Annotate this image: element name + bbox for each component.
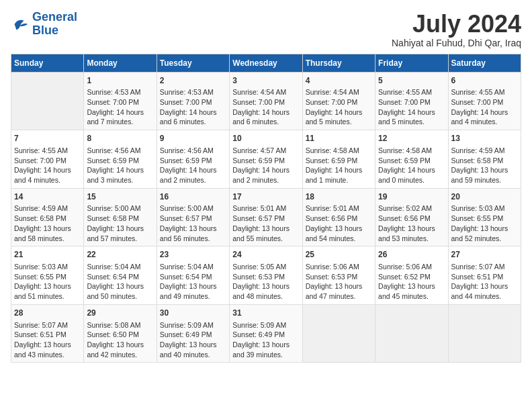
cell-content: Sunrise: 5:05 AM Sunset: 6:53 PM Dayligh… — [232, 263, 290, 300]
day-number: 15 — [87, 191, 153, 203]
calendar-cell: 5Sunrise: 4:55 AM Sunset: 7:00 PM Daylig… — [375, 72, 448, 130]
cell-content: Sunrise: 4:54 AM Sunset: 7:00 PM Dayligh… — [306, 88, 363, 126]
cell-content: Sunrise: 5:06 AM Sunset: 6:53 PM Dayligh… — [306, 263, 363, 300]
weekday-header: Tuesday — [157, 54, 229, 72]
cell-content: Sunrise: 4:57 AM Sunset: 6:59 PM Dayligh… — [232, 146, 290, 184]
calendar-cell — [448, 304, 521, 363]
calendar-cell: 1Sunrise: 4:53 AM Sunset: 7:00 PM Daylig… — [84, 72, 157, 130]
day-number: 4 — [306, 75, 372, 87]
calendar-cell: 20Sunrise: 5:03 AM Sunset: 6:55 PM Dayli… — [448, 188, 521, 246]
calendar-cell: 21Sunrise: 5:03 AM Sunset: 6:55 PM Dayli… — [11, 246, 84, 305]
calendar-cell: 6Sunrise: 4:55 AM Sunset: 7:00 PM Daylig… — [448, 72, 521, 130]
day-number: 10 — [232, 133, 299, 144]
cell-content: Sunrise: 4:58 AM Sunset: 6:59 PM Dayligh… — [378, 146, 435, 184]
day-number: 24 — [232, 249, 299, 261]
cell-content: Sunrise: 5:00 AM Sunset: 6:58 PM Dayligh… — [87, 204, 144, 242]
day-number: 8 — [87, 133, 153, 144]
cell-content: Sunrise: 4:53 AM Sunset: 7:00 PM Dayligh… — [87, 88, 144, 126]
cell-content: Sunrise: 4:56 AM Sunset: 6:59 PM Dayligh… — [87, 146, 144, 184]
cell-content: Sunrise: 4:59 AM Sunset: 6:58 PM Dayligh… — [451, 146, 508, 184]
day-number: 23 — [160, 249, 226, 261]
cell-content: Sunrise: 4:55 AM Sunset: 7:00 PM Dayligh… — [451, 88, 508, 126]
calendar-cell: 2Sunrise: 4:53 AM Sunset: 7:00 PM Daylig… — [157, 72, 229, 130]
calendar-cell: 18Sunrise: 5:01 AM Sunset: 6:56 PM Dayli… — [302, 188, 375, 246]
cell-content: Sunrise: 5:03 AM Sunset: 6:55 PM Dayligh… — [451, 204, 508, 242]
weekday-header: Saturday — [448, 54, 521, 72]
weekday-header: Wednesday — [230, 54, 302, 72]
day-number: 26 — [378, 249, 445, 261]
calendar-cell: 16Sunrise: 5:00 AM Sunset: 6:57 PM Dayli… — [157, 188, 229, 246]
day-number: 19 — [378, 191, 445, 203]
day-number: 13 — [451, 133, 518, 144]
cell-content: Sunrise: 4:56 AM Sunset: 6:59 PM Dayligh… — [160, 146, 217, 184]
calendar-table: SundayMondayTuesdayWednesdayThursdayFrid… — [11, 54, 521, 363]
day-number: 20 — [451, 191, 518, 203]
day-number: 29 — [87, 308, 153, 319]
weekday-header: Friday — [375, 54, 448, 72]
day-number: 17 — [232, 191, 299, 203]
calendar-cell: 3Sunrise: 4:54 AM Sunset: 7:00 PM Daylig… — [230, 72, 302, 130]
calendar-cell: 24Sunrise: 5:05 AM Sunset: 6:53 PM Dayli… — [230, 246, 302, 305]
day-number: 7 — [14, 133, 81, 144]
day-number: 5 — [378, 75, 445, 87]
day-number: 27 — [451, 249, 518, 261]
calendar-cell: 31Sunrise: 5:09 AM Sunset: 6:49 PM Dayli… — [230, 304, 302, 363]
calendar-cell: 23Sunrise: 5:04 AM Sunset: 6:54 PM Dayli… — [157, 246, 229, 305]
title-block: July 2024 Nahiyat al Fuhud, Dhi Qar, Ira… — [392, 11, 521, 48]
weekday-header: Thursday — [302, 54, 375, 72]
day-number: 30 — [160, 308, 226, 319]
day-number: 25 — [306, 249, 372, 261]
calendar-cell: 4Sunrise: 4:54 AM Sunset: 7:00 PM Daylig… — [302, 72, 375, 130]
calendar-cell: 8Sunrise: 4:56 AM Sunset: 6:59 PM Daylig… — [84, 130, 157, 189]
calendar-cell: 11Sunrise: 4:58 AM Sunset: 6:59 PM Dayli… — [302, 130, 375, 189]
weekday-header-row: SundayMondayTuesdayWednesdayThursdayFrid… — [11, 54, 521, 72]
calendar-cell — [11, 72, 84, 130]
calendar-cell: 15Sunrise: 5:00 AM Sunset: 6:58 PM Dayli… — [84, 188, 157, 246]
calendar-cell: 30Sunrise: 5:09 AM Sunset: 6:49 PM Dayli… — [157, 304, 229, 363]
month-title: July 2024 — [392, 11, 521, 38]
cell-content: Sunrise: 5:04 AM Sunset: 6:54 PM Dayligh… — [160, 263, 217, 300]
logo-text: General Blue — [32, 11, 77, 38]
calendar-week-row: 7Sunrise: 4:55 AM Sunset: 7:00 PM Daylig… — [11, 130, 521, 189]
calendar-cell — [302, 304, 375, 363]
page-header: General Blue July 2024 Nahiyat al Fuhud,… — [11, 11, 521, 48]
cell-content: Sunrise: 5:07 AM Sunset: 6:51 PM Dayligh… — [451, 263, 508, 300]
cell-content: Sunrise: 5:03 AM Sunset: 6:55 PM Dayligh… — [14, 263, 71, 300]
calendar-header: SundayMondayTuesdayWednesdayThursdayFrid… — [11, 54, 521, 72]
location: Nahiyat al Fuhud, Dhi Qar, Iraq — [392, 38, 521, 48]
weekday-header: Sunday — [11, 54, 84, 72]
calendar-week-row: 14Sunrise: 4:59 AM Sunset: 6:58 PM Dayli… — [11, 188, 521, 246]
calendar-cell: 17Sunrise: 5:01 AM Sunset: 6:57 PM Dayli… — [230, 188, 302, 246]
cell-content: Sunrise: 5:00 AM Sunset: 6:57 PM Dayligh… — [160, 204, 217, 242]
calendar-week-row: 21Sunrise: 5:03 AM Sunset: 6:55 PM Dayli… — [11, 246, 521, 305]
day-number: 31 — [232, 308, 299, 319]
calendar-cell: 9Sunrise: 4:56 AM Sunset: 6:59 PM Daylig… — [157, 130, 229, 189]
cell-content: Sunrise: 4:53 AM Sunset: 7:00 PM Dayligh… — [160, 88, 217, 126]
day-number: 3 — [232, 75, 299, 87]
calendar-cell — [375, 304, 448, 363]
day-number: 16 — [160, 191, 226, 203]
cell-content: Sunrise: 4:58 AM Sunset: 6:59 PM Dayligh… — [306, 146, 363, 184]
calendar-cell: 25Sunrise: 5:06 AM Sunset: 6:53 PM Dayli… — [302, 246, 375, 305]
day-number: 14 — [14, 191, 81, 203]
cell-content: Sunrise: 5:01 AM Sunset: 6:56 PM Dayligh… — [306, 204, 363, 242]
day-number: 1 — [87, 75, 153, 87]
calendar-cell: 29Sunrise: 5:08 AM Sunset: 6:50 PM Dayli… — [84, 304, 157, 363]
calendar-cell: 27Sunrise: 5:07 AM Sunset: 6:51 PM Dayli… — [448, 246, 521, 305]
day-number: 12 — [378, 133, 445, 144]
calendar-cell: 26Sunrise: 5:06 AM Sunset: 6:52 PM Dayli… — [375, 246, 448, 305]
weekday-header: Monday — [84, 54, 157, 72]
cell-content: Sunrise: 5:06 AM Sunset: 6:52 PM Dayligh… — [378, 263, 435, 300]
cell-content: Sunrise: 4:55 AM Sunset: 7:00 PM Dayligh… — [378, 88, 435, 126]
logo: General Blue — [11, 11, 77, 38]
day-number: 2 — [160, 75, 226, 87]
day-number: 28 — [14, 308, 81, 319]
cell-content: Sunrise: 5:08 AM Sunset: 6:50 PM Dayligh… — [87, 321, 144, 359]
calendar-cell: 14Sunrise: 4:59 AM Sunset: 6:58 PM Dayli… — [11, 188, 84, 246]
calendar-cell: 12Sunrise: 4:58 AM Sunset: 6:59 PM Dayli… — [375, 130, 448, 189]
cell-content: Sunrise: 4:59 AM Sunset: 6:58 PM Dayligh… — [14, 204, 71, 242]
calendar-cell: 19Sunrise: 5:02 AM Sunset: 6:56 PM Dayli… — [375, 188, 448, 246]
cell-content: Sunrise: 5:04 AM Sunset: 6:54 PM Dayligh… — [87, 263, 144, 300]
day-number: 18 — [306, 191, 372, 203]
calendar-body: 1Sunrise: 4:53 AM Sunset: 7:00 PM Daylig… — [11, 72, 521, 363]
